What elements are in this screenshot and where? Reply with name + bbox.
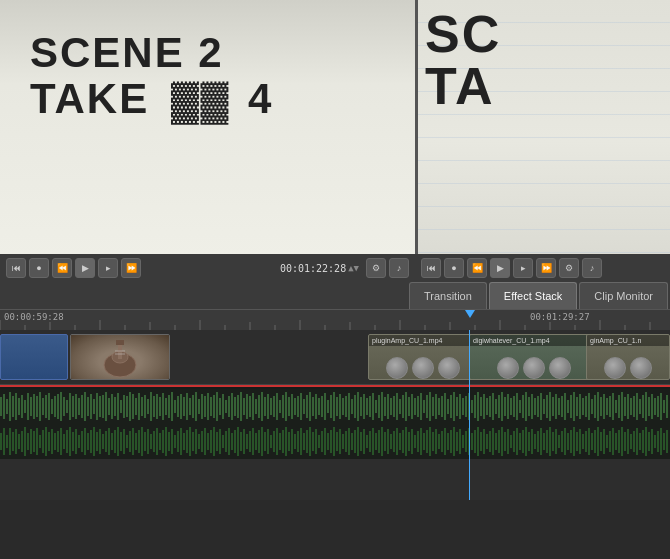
knob-2[interactable] bbox=[412, 357, 434, 379]
plugin-knobs-3 bbox=[587, 346, 669, 380]
svg-rect-283 bbox=[75, 429, 77, 454]
left-prev-btn[interactable]: ⏪ bbox=[52, 258, 72, 278]
right-next-btn[interactable]: ⏩ bbox=[536, 258, 556, 278]
knob-5[interactable] bbox=[523, 357, 545, 379]
svg-rect-145 bbox=[333, 392, 335, 421]
blue-clip[interactable] bbox=[0, 334, 68, 380]
preview-right: SC TA ⏮ ● ⏪ ▶ ▸ ⏩ ⚙ ♪ bbox=[415, 0, 670, 282]
waveform-track-1 bbox=[0, 389, 670, 424]
tab-effect-stack-label: Effect Stack bbox=[504, 290, 563, 302]
svg-rect-312 bbox=[162, 430, 164, 453]
knob-8[interactable] bbox=[630, 357, 652, 379]
digiwhatever-clip[interactable]: digiwhatever_CU_1.mp4 bbox=[469, 334, 599, 380]
svg-rect-395 bbox=[411, 429, 413, 454]
svg-rect-81 bbox=[141, 397, 143, 416]
left-next-btn[interactable]: ⏩ bbox=[121, 258, 141, 278]
svg-rect-347 bbox=[267, 429, 269, 454]
svg-rect-456 bbox=[594, 430, 596, 453]
svg-rect-377 bbox=[357, 427, 359, 456]
knob-3[interactable] bbox=[438, 357, 460, 379]
svg-rect-225 bbox=[573, 392, 575, 421]
left-settings-btn[interactable]: ⚙ bbox=[366, 258, 386, 278]
plugin-clip-right[interactable]: ginAmp_CU_1.n bbox=[586, 334, 670, 380]
svg-rect-89 bbox=[165, 398, 167, 415]
preview-divider bbox=[415, 0, 418, 282]
svg-rect-450 bbox=[576, 432, 578, 451]
right-settings-btn[interactable]: ⚙ bbox=[559, 258, 579, 278]
svg-rect-247 bbox=[639, 399, 641, 414]
right-audio-btn[interactable]: ♪ bbox=[582, 258, 602, 278]
svg-rect-405 bbox=[441, 431, 443, 452]
svg-rect-63 bbox=[87, 397, 89, 416]
svg-rect-84 bbox=[150, 392, 152, 421]
svg-rect-126 bbox=[276, 393, 278, 420]
svg-rect-355 bbox=[291, 429, 293, 454]
svg-rect-97 bbox=[189, 398, 191, 415]
svg-rect-87 bbox=[159, 397, 161, 416]
svg-rect-106 bbox=[216, 392, 218, 421]
guitar-clip[interactable] bbox=[70, 334, 170, 380]
right-prev-btn[interactable]: ⏪ bbox=[467, 258, 487, 278]
svg-rect-38 bbox=[12, 396, 14, 417]
svg-rect-303 bbox=[135, 433, 137, 450]
svg-rect-122 bbox=[264, 397, 266, 416]
svg-rect-296 bbox=[114, 430, 116, 453]
knob-7[interactable] bbox=[604, 357, 626, 379]
svg-rect-414 bbox=[468, 428, 470, 455]
svg-rect-460 bbox=[606, 435, 608, 448]
svg-rect-425 bbox=[501, 427, 503, 456]
tab-effect-stack[interactable]: Effect Stack bbox=[489, 282, 578, 309]
svg-rect-34 bbox=[0, 397, 2, 416]
svg-rect-331 bbox=[219, 429, 221, 454]
svg-rect-480 bbox=[666, 430, 668, 453]
right-mark-btn[interactable]: ● bbox=[444, 258, 464, 278]
svg-rect-143 bbox=[327, 400, 329, 413]
svg-rect-110 bbox=[228, 396, 230, 417]
left-play-btn[interactable]: ▶ bbox=[75, 258, 95, 278]
svg-rect-385 bbox=[381, 427, 383, 456]
svg-rect-223 bbox=[567, 400, 569, 413]
svg-rect-141 bbox=[321, 396, 323, 417]
svg-rect-77 bbox=[129, 392, 131, 421]
right-play2-btn[interactable]: ▸ bbox=[513, 258, 533, 278]
svg-rect-98 bbox=[192, 395, 194, 418]
svg-rect-457 bbox=[597, 427, 599, 456]
left-audio-btn[interactable]: ♪ bbox=[389, 258, 409, 278]
svg-rect-363 bbox=[315, 429, 317, 454]
svg-rect-150 bbox=[348, 393, 350, 420]
svg-rect-378 bbox=[360, 432, 362, 451]
svg-rect-431 bbox=[519, 433, 521, 450]
left-mark-btn[interactable]: ● bbox=[29, 258, 49, 278]
svg-rect-309 bbox=[153, 431, 155, 452]
svg-rect-136 bbox=[306, 395, 308, 418]
tab-clip-monitor[interactable]: Clip Monitor bbox=[579, 282, 668, 309]
svg-rect-379 bbox=[363, 429, 365, 454]
svg-rect-273 bbox=[45, 427, 47, 456]
svg-rect-125 bbox=[273, 396, 275, 417]
svg-rect-78 bbox=[132, 394, 134, 419]
svg-rect-51 bbox=[51, 399, 53, 414]
svg-rect-421 bbox=[489, 431, 491, 452]
svg-rect-37 bbox=[9, 392, 11, 421]
plugin-clip-1[interactable]: pluginAmp_CU_1.mp4 bbox=[368, 334, 478, 380]
svg-rect-462 bbox=[612, 428, 614, 455]
svg-rect-249 bbox=[645, 392, 647, 421]
svg-rect-448 bbox=[570, 430, 572, 453]
knob-1[interactable] bbox=[386, 357, 408, 379]
guitar-thumb bbox=[71, 335, 169, 379]
left-play2-btn[interactable]: ▸ bbox=[98, 258, 118, 278]
svg-rect-375 bbox=[351, 433, 353, 450]
svg-rect-445 bbox=[561, 431, 563, 452]
svg-rect-258 bbox=[0, 433, 2, 450]
svg-rect-243 bbox=[627, 394, 629, 419]
svg-rect-387 bbox=[387, 429, 389, 454]
left-go-start-btn[interactable]: ⏮ bbox=[6, 258, 26, 278]
knob-4[interactable] bbox=[497, 357, 519, 379]
svg-rect-41 bbox=[21, 395, 23, 418]
svg-rect-341 bbox=[249, 431, 251, 452]
right-go-start-btn[interactable]: ⏮ bbox=[421, 258, 441, 278]
tab-transition[interactable]: Transition bbox=[409, 282, 487, 309]
svg-rect-268 bbox=[30, 429, 32, 454]
knob-6[interactable] bbox=[549, 357, 571, 379]
right-play-btn[interactable]: ▶ bbox=[490, 258, 510, 278]
